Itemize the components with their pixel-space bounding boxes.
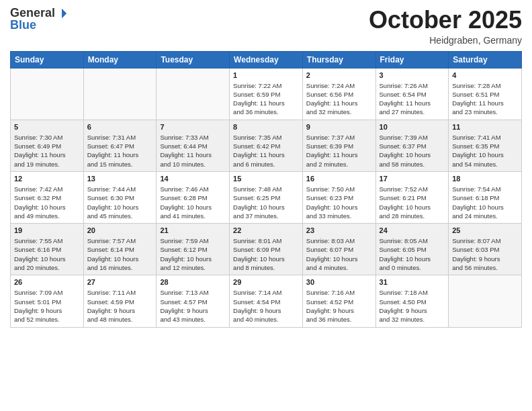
day-info: Sunrise: 7:26 AM Sunset: 6:54 PM Dayligh… — [380, 81, 445, 117]
day-number: 18 — [452, 175, 518, 183]
col-wednesday: Wednesday — [230, 51, 303, 68]
day-number: 21 — [160, 226, 226, 234]
day-info: Sunrise: 7:33 AM Sunset: 6:44 PM Dayligh… — [160, 133, 226, 169]
day-info: Sunrise: 8:07 AM Sunset: 6:03 PM Dayligh… — [452, 236, 518, 272]
table-row: 16Sunrise: 7:50 AM Sunset: 6:23 PM Dayli… — [302, 171, 375, 223]
logo-blue-text: Blue — [10, 19, 36, 32]
table-row — [449, 275, 522, 327]
col-tuesday: Tuesday — [157, 51, 230, 68]
day-info: Sunrise: 7:59 AM Sunset: 6:12 PM Dayligh… — [160, 236, 226, 272]
day-info: Sunrise: 7:28 AM Sunset: 6:51 PM Dayligh… — [452, 81, 518, 117]
day-number: 10 — [380, 123, 445, 131]
table-row: 31Sunrise: 7:18 AM Sunset: 4:50 PM Dayli… — [375, 275, 449, 327]
table-row: 23Sunrise: 8:03 AM Sunset: 6:07 PM Dayli… — [302, 224, 375, 275]
table-row: 12Sunrise: 7:42 AM Sunset: 6:32 PM Dayli… — [11, 171, 84, 223]
table-row: 2Sunrise: 7:24 AM Sunset: 6:56 PM Daylig… — [302, 68, 375, 120]
day-number: 24 — [380, 226, 445, 234]
table-row: 21Sunrise: 7:59 AM Sunset: 6:12 PM Dayli… — [157, 224, 230, 275]
day-number: 12 — [14, 175, 80, 183]
logo-flag-icon — [56, 7, 68, 19]
table-row: 4Sunrise: 7:28 AM Sunset: 6:51 PM Daylig… — [449, 68, 522, 120]
day-number: 9 — [306, 123, 372, 131]
col-sunday: Sunday — [11, 51, 84, 68]
calendar-header-row: Sunday Monday Tuesday Wednesday Thursday… — [11, 51, 522, 68]
day-number: 30 — [306, 278, 372, 286]
day-number: 13 — [87, 175, 153, 183]
table-row: 10Sunrise: 7:39 AM Sunset: 6:37 PM Dayli… — [375, 120, 449, 171]
day-number: 6 — [87, 123, 153, 131]
day-number: 29 — [233, 278, 299, 286]
day-number: 27 — [87, 278, 153, 286]
table-row: 25Sunrise: 8:07 AM Sunset: 6:03 PM Dayli… — [449, 224, 522, 275]
table-row: 20Sunrise: 7:57 AM Sunset: 6:14 PM Dayli… — [83, 224, 157, 275]
day-info: Sunrise: 7:30 AM Sunset: 6:49 PM Dayligh… — [14, 133, 80, 169]
day-number: 3 — [380, 71, 445, 79]
day-info: Sunrise: 7:09 AM Sunset: 5:01 PM Dayligh… — [14, 288, 80, 324]
day-info: Sunrise: 7:37 AM Sunset: 6:39 PM Dayligh… — [306, 133, 372, 169]
day-number: 15 — [233, 175, 299, 183]
day-number: 5 — [14, 123, 80, 131]
calendar-week-row: 5Sunrise: 7:30 AM Sunset: 6:49 PM Daylig… — [11, 120, 522, 171]
day-info: Sunrise: 7:39 AM Sunset: 6:37 PM Dayligh… — [380, 133, 445, 169]
day-info: Sunrise: 8:01 AM Sunset: 6:09 PM Dayligh… — [233, 236, 299, 272]
svg-marker-0 — [62, 9, 66, 18]
day-number: 20 — [87, 226, 153, 234]
day-info: Sunrise: 7:46 AM Sunset: 6:28 PM Dayligh… — [160, 185, 226, 220]
table-row: 3Sunrise: 7:26 AM Sunset: 6:54 PM Daylig… — [375, 68, 449, 120]
title-block: October 2025 Heidgraben, Germany — [369, 7, 522, 46]
month-title: October 2025 — [369, 7, 522, 34]
day-number: 25 — [452, 226, 518, 234]
day-number: 26 — [14, 278, 80, 286]
table-row: 26Sunrise: 7:09 AM Sunset: 5:01 PM Dayli… — [11, 275, 84, 327]
table-row: 7Sunrise: 7:33 AM Sunset: 6:44 PM Daylig… — [157, 120, 230, 171]
table-row: 8Sunrise: 7:35 AM Sunset: 6:42 PM Daylig… — [230, 120, 303, 171]
table-row: 19Sunrise: 7:55 AM Sunset: 6:16 PM Dayli… — [11, 224, 84, 275]
day-number: 11 — [452, 123, 518, 131]
day-info: Sunrise: 7:42 AM Sunset: 6:32 PM Dayligh… — [14, 185, 80, 220]
calendar-week-row: 19Sunrise: 7:55 AM Sunset: 6:16 PM Dayli… — [11, 224, 522, 275]
calendar-week-row: 12Sunrise: 7:42 AM Sunset: 6:32 PM Dayli… — [11, 171, 522, 223]
day-info: Sunrise: 7:11 AM Sunset: 4:59 PM Dayligh… — [87, 288, 153, 324]
table-row — [83, 68, 157, 120]
table-row: 22Sunrise: 8:01 AM Sunset: 6:09 PM Dayli… — [230, 224, 303, 275]
table-row: 1Sunrise: 7:22 AM Sunset: 6:59 PM Daylig… — [230, 68, 303, 120]
day-info: Sunrise: 7:57 AM Sunset: 6:14 PM Dayligh… — [87, 236, 153, 272]
header: General Blue October 2025 Heidgraben, Ge… — [10, 7, 522, 46]
day-info: Sunrise: 7:50 AM Sunset: 6:23 PM Dayligh… — [306, 185, 372, 220]
day-number: 31 — [380, 278, 445, 286]
day-number: 14 — [160, 175, 226, 183]
day-info: Sunrise: 7:22 AM Sunset: 6:59 PM Dayligh… — [233, 81, 299, 117]
table-row: 17Sunrise: 7:52 AM Sunset: 6:21 PM Dayli… — [375, 171, 449, 223]
day-number: 19 — [14, 226, 80, 234]
table-row — [157, 68, 230, 120]
day-info: Sunrise: 7:31 AM Sunset: 6:47 PM Dayligh… — [87, 133, 153, 169]
table-row: 28Sunrise: 7:13 AM Sunset: 4:57 PM Dayli… — [157, 275, 230, 327]
table-row: 15Sunrise: 7:48 AM Sunset: 6:25 PM Dayli… — [230, 171, 303, 223]
table-row: 18Sunrise: 7:54 AM Sunset: 6:18 PM Dayli… — [449, 171, 522, 223]
day-info: Sunrise: 7:24 AM Sunset: 6:56 PM Dayligh… — [306, 81, 372, 117]
logo: General Blue — [10, 7, 68, 32]
calendar-week-row: 1Sunrise: 7:22 AM Sunset: 6:59 PM Daylig… — [11, 68, 522, 120]
table-row: 6Sunrise: 7:31 AM Sunset: 6:47 PM Daylig… — [83, 120, 157, 171]
day-info: Sunrise: 8:05 AM Sunset: 6:05 PM Dayligh… — [380, 236, 445, 272]
table-row: 11Sunrise: 7:41 AM Sunset: 6:35 PM Dayli… — [449, 120, 522, 171]
location: Heidgraben, Germany — [369, 35, 522, 46]
col-monday: Monday — [83, 51, 157, 68]
day-info: Sunrise: 7:13 AM Sunset: 4:57 PM Dayligh… — [160, 288, 226, 324]
col-friday: Friday — [375, 51, 449, 68]
day-info: Sunrise: 7:44 AM Sunset: 6:30 PM Dayligh… — [87, 185, 153, 220]
table-row: 27Sunrise: 7:11 AM Sunset: 4:59 PM Dayli… — [83, 275, 157, 327]
col-saturday: Saturday — [449, 51, 522, 68]
calendar-week-row: 26Sunrise: 7:09 AM Sunset: 5:01 PM Dayli… — [11, 275, 522, 327]
day-number: 2 — [306, 71, 372, 79]
day-info: Sunrise: 8:03 AM Sunset: 6:07 PM Dayligh… — [306, 236, 372, 272]
table-row: 5Sunrise: 7:30 AM Sunset: 6:49 PM Daylig… — [11, 120, 84, 171]
day-number: 28 — [160, 278, 226, 286]
day-info: Sunrise: 7:41 AM Sunset: 6:35 PM Dayligh… — [452, 133, 518, 169]
day-info: Sunrise: 7:35 AM Sunset: 6:42 PM Dayligh… — [233, 133, 299, 169]
day-number: 4 — [452, 71, 518, 79]
table-row: 13Sunrise: 7:44 AM Sunset: 6:30 PM Dayli… — [83, 171, 157, 223]
day-info: Sunrise: 7:14 AM Sunset: 4:54 PM Dayligh… — [233, 288, 299, 324]
day-number: 17 — [380, 175, 445, 183]
col-thursday: Thursday — [302, 51, 375, 68]
